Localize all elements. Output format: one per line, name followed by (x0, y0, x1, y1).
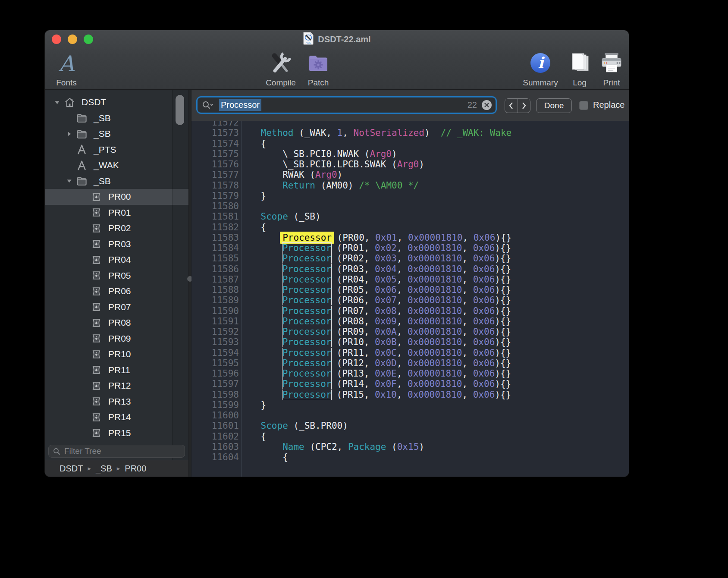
done-button[interactable]: Done (536, 98, 572, 113)
code-line[interactable]: 11581 Scope (_SB) (191, 211, 629, 222)
code-line[interactable]: 11579 } (191, 191, 629, 201)
outline-tree[interactable]: DSDT _SB _SB (45, 90, 188, 444)
code-editor[interactable]: 1157211573 Method (_WAK, 1, NotSerialize… (191, 121, 629, 477)
search-menu-icon[interactable] (202, 101, 213, 110)
code-line[interactable]: 11584 Processor (PR01, 0x02, 0x00001810,… (191, 243, 629, 253)
find-input[interactable]: Processor 22 (196, 96, 497, 114)
tree-item-pr06[interactable]: PR06 (45, 283, 188, 299)
disclosure-icon[interactable] (64, 176, 74, 186)
tree-item-pr04[interactable]: PR04 (45, 252, 188, 268)
tree-item-pr07[interactable]: PR07 (45, 299, 188, 315)
tree-item-_wak[interactable]: _WAK (45, 157, 188, 173)
breadcrumb-item-sb[interactable]: _SB (96, 464, 112, 474)
tree-item-_pts[interactable]: _PTS (45, 142, 188, 158)
code-line[interactable]: 11577 RWAK (Arg0) (191, 170, 629, 180)
log-button[interactable]: Log (565, 51, 595, 88)
tree-scrollbar-thumb[interactable] (176, 95, 184, 125)
code-line[interactable]: 11587 Processor (PR04, 0x05, 0x00001810,… (191, 274, 629, 285)
disclosure-icon[interactable] (78, 302, 89, 312)
disclosure-icon[interactable] (78, 396, 89, 407)
tree-item-_sb[interactable]: _SB (45, 110, 188, 126)
code-line[interactable]: 11591 Processor (PR08, 0x09, 0x00001810,… (191, 316, 629, 327)
code-line[interactable]: 11593 Processor (PR10, 0x0B, 0x00001810,… (191, 337, 629, 347)
tree-item-pr01[interactable]: PR01 (45, 205, 188, 221)
tree-item-pr00[interactable]: PR00 (45, 189, 188, 205)
find-next-button[interactable] (518, 99, 530, 113)
print-button[interactable]: Print (596, 51, 628, 88)
code-line[interactable]: 11596 Processor (PR13, 0x0E, 0x00001810,… (191, 368, 629, 379)
code-line[interactable]: 11588 Processor (PR05, 0x06, 0x00001810,… (191, 285, 629, 295)
code-line[interactable]: 11582 { (191, 222, 629, 232)
tree-item-pr12[interactable]: PR12 (45, 378, 188, 394)
tree-item-_sb[interactable]: _SB (45, 173, 188, 189)
tree-item-pr14[interactable]: PR14 (45, 409, 188, 425)
disclosure-icon[interactable] (78, 223, 89, 233)
tree-item-pr02[interactable]: PR02 (45, 220, 188, 236)
disclosure-icon[interactable] (78, 412, 89, 422)
code-line[interactable]: 11574 { (191, 138, 629, 149)
disclosure-icon[interactable] (78, 286, 89, 296)
disclosure-icon[interactable] (52, 97, 62, 107)
tree-item-_sb[interactable]: _SB (45, 126, 188, 142)
code-line[interactable]: 11583 Processor (PR00, 0x01, 0x00001810,… (191, 232, 629, 243)
breadcrumb-item-dsdt[interactable]: DSDT (60, 464, 83, 474)
tree-scrollbar-track[interactable] (172, 90, 188, 477)
breadcrumb-item-pr00[interactable]: PR00 (125, 464, 146, 474)
disclosure-icon[interactable] (78, 254, 89, 265)
code-line[interactable]: 11586 Processor (PR03, 0x04, 0x00001810,… (191, 264, 629, 274)
code-line[interactable]: 11576 \_SB.PCI0.LPCB.SWAK (Arg0) (191, 159, 629, 170)
code-line[interactable]: 11585 Processor (PR02, 0x03, 0x00001810,… (191, 253, 629, 264)
disclosure-icon[interactable] (64, 113, 74, 123)
disclosure-icon[interactable] (64, 144, 74, 155)
clear-search-button[interactable] (482, 100, 492, 110)
code-line[interactable]: 11590 Processor (PR07, 0x08, 0x00001810,… (191, 306, 629, 316)
tree-item-pr11[interactable]: PR11 (45, 362, 188, 378)
code-line[interactable]: 11603 Name (CPC2, Package (0x15) (191, 442, 629, 452)
disclosure-icon[interactable] (78, 270, 89, 281)
disclosure-icon[interactable] (64, 160, 74, 170)
code-line[interactable]: 11594 Processor (PR11, 0x0C, 0x00001810,… (191, 348, 629, 358)
disclosure-icon[interactable] (78, 380, 89, 391)
fonts-button[interactable]: A Fonts (51, 51, 82, 88)
filter-tree-input[interactable]: Filter Tree (48, 445, 185, 458)
disclosure-icon[interactable] (78, 428, 89, 438)
code-line[interactable]: 11573 Method (_WAK, 1, NotSerialized) //… (191, 128, 629, 138)
patch-button[interactable]: Patch (300, 51, 337, 88)
compile-button[interactable]: Compile (257, 51, 304, 88)
find-previous-button[interactable] (505, 99, 518, 113)
code-line[interactable]: 11592 Processor (PR09, 0x0A, 0x00001810,… (191, 327, 629, 337)
code-line[interactable]: 11600 (191, 410, 629, 421)
code-line[interactable]: 11572 (191, 121, 629, 128)
code-line[interactable]: 11598 Processor (PR15, 0x10, 0x00001810,… (191, 390, 629, 400)
code-line[interactable]: 11597 Processor (PR14, 0x0F, 0x00001810,… (191, 379, 629, 389)
tree-item-pr10[interactable]: PR10 (45, 346, 188, 362)
tree-item-pr05[interactable]: PR05 (45, 268, 188, 284)
pane-divider[interactable] (188, 90, 191, 477)
code-line[interactable]: 11601 Scope (_SB.PR00) (191, 421, 629, 431)
disclosure-icon[interactable] (78, 317, 89, 328)
disclosure-icon[interactable] (78, 239, 89, 249)
titlebar[interactable]: AML DSDT-22.aml (45, 30, 629, 48)
disclosure-icon[interactable] (78, 333, 89, 344)
code-line[interactable]: 11575 \_SB.PCI0.NWAK (Arg0) (191, 149, 629, 159)
tree-item-pr15[interactable]: PR15 (45, 425, 188, 441)
code-line[interactable]: 11604 { (191, 452, 629, 462)
disclosure-icon[interactable] (78, 192, 89, 202)
summary-button[interactable]: i Summary (519, 51, 562, 88)
disclosure-icon[interactable] (78, 207, 89, 218)
code-line[interactable]: 11595 Processor (PR12, 0x0D, 0x00001810,… (191, 358, 629, 368)
code-line[interactable]: 11602 { (191, 431, 629, 442)
disclosure-icon[interactable] (78, 349, 89, 359)
tree-item-pr13[interactable]: PR13 (45, 394, 188, 410)
replace-checkbox[interactable] (579, 101, 588, 110)
tree-item-pr03[interactable]: PR03 (45, 236, 188, 252)
tree-item-pr09[interactable]: PR09 (45, 331, 188, 347)
tree-item-dsdt[interactable]: DSDT (45, 94, 188, 110)
tree-item-pr08[interactable]: PR08 (45, 315, 188, 331)
disclosure-icon[interactable] (64, 129, 74, 139)
code-line[interactable]: 11589 Processor (PR06, 0x07, 0x00001810,… (191, 295, 629, 305)
code-line[interactable]: 11578 Return (AM00) /* \AM00 */ (191, 180, 629, 191)
code-line[interactable]: 11599 } (191, 400, 629, 410)
code-line[interactable]: 11580 (191, 201, 629, 211)
disclosure-icon[interactable] (78, 365, 89, 375)
